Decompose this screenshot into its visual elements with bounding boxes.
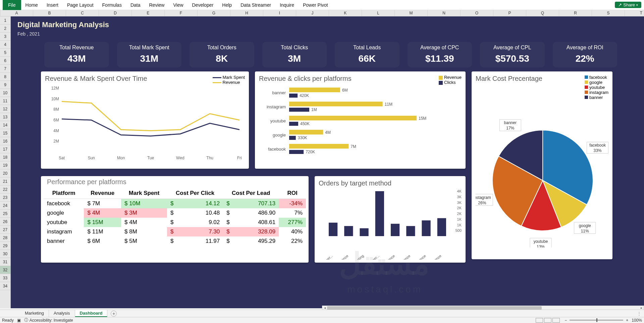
- row-header-25[interactable]: 25: [0, 210, 10, 218]
- kpi-card-total-leads[interactable]: Total Leads 66K: [335, 42, 399, 67]
- table-row[interactable]: instagram $ 11M $ 8M $7.30 $328.09 40%: [44, 227, 306, 236]
- row-header-8[interactable]: 8: [0, 73, 10, 81]
- table-row[interactable]: banner $ 6M $ 5M $11.97 $495.29 22%: [44, 236, 306, 246]
- kpi-card-total-clicks[interactable]: Total Clicks 3M: [262, 42, 327, 67]
- row-header-18[interactable]: 18: [0, 153, 10, 161]
- chart-revenue-spent-over-time[interactable]: Revenue & Mark Spent Over Time Mark Spen…: [41, 71, 249, 169]
- col-header-H[interactable]: H: [230, 10, 263, 16]
- col-header-J[interactable]: J: [296, 10, 329, 16]
- ribbon-tab-power-pivot[interactable]: Power Pivot: [299, 0, 332, 10]
- ribbon-tab-formulas[interactable]: Formulas: [98, 0, 126, 10]
- accessibility-icon[interactable]: ⓘ: [24, 317, 28, 323]
- col-header-A[interactable]: A: [0, 10, 33, 16]
- row-header-14[interactable]: 14: [0, 121, 10, 129]
- chart-orders-by-target[interactable]: Orders by target method 5001K1K2K2K3K3K4…: [315, 176, 466, 263]
- row-header-20[interactable]: 20: [0, 169, 10, 177]
- col-header-M[interactable]: M: [395, 10, 428, 16]
- col-header-T[interactable]: T: [625, 10, 644, 16]
- row-header-15[interactable]: 15: [0, 129, 10, 137]
- row-header-29[interactable]: 29: [0, 242, 10, 250]
- view-page-break-button[interactable]: [552, 318, 560, 323]
- col-header-B[interactable]: B: [33, 10, 66, 16]
- row-header-30[interactable]: 30: [0, 250, 10, 258]
- kpi-card-average-of-cpc[interactable]: Average of CPC $11.39: [408, 42, 472, 67]
- row-header-23[interactable]: 23: [0, 194, 10, 202]
- ribbon-tab-insert[interactable]: Insert: [42, 0, 63, 10]
- row-header-2[interactable]: 2: [0, 24, 10, 33]
- col-header-F[interactable]: F: [165, 10, 198, 16]
- view-page-layout-button[interactable]: [544, 318, 551, 323]
- table-row[interactable]: google $ 4M $ 3M $10.48 $486.90 7%: [44, 208, 306, 218]
- kpi-card-average-of-roi[interactable]: Average of ROI 22%: [553, 42, 618, 67]
- col-header-N[interactable]: N: [428, 10, 461, 16]
- performance-table-panel[interactable]: Performance per platforms PlatformRevenu…: [41, 176, 309, 263]
- svg-text:4M: 4M: [325, 130, 331, 135]
- ribbon-tab-inquire[interactable]: Inquire: [275, 0, 299, 10]
- col-header-G[interactable]: G: [198, 10, 230, 16]
- col-header-I[interactable]: I: [263, 10, 296, 16]
- col-header-E[interactable]: E: [132, 10, 165, 16]
- macro-record-icon[interactable]: ▣: [17, 318, 21, 323]
- col-header-S[interactable]: S: [592, 10, 625, 16]
- col-header-P[interactable]: P: [493, 10, 526, 16]
- kpi-card-total-orders[interactable]: Total Orders 8K: [190, 42, 254, 67]
- marketing[interactable]: Marketing: [20, 310, 49, 317]
- row-header-9[interactable]: 9: [0, 81, 10, 89]
- dashboard[interactable]: Dashboard: [75, 310, 108, 317]
- ribbon-tab-page-layout[interactable]: Page Layout: [63, 0, 98, 10]
- ribbon-tab-help[interactable]: Help: [218, 0, 236, 10]
- row-header-28[interactable]: 28: [0, 234, 10, 242]
- row-header-22[interactable]: 22: [0, 185, 10, 194]
- col-header-K[interactable]: K: [329, 10, 362, 16]
- zoom-slider[interactable]: [570, 320, 623, 321]
- row-header-3[interactable]: 3: [0, 33, 10, 41]
- view-normal-button[interactable]: [536, 318, 543, 323]
- kpi-card-total-mark-spent[interactable]: Total Mark Spent 31M: [117, 42, 182, 67]
- row-header-13[interactable]: 13: [0, 113, 10, 121]
- row-header-34[interactable]: 34: [0, 282, 10, 290]
- row-header-32[interactable]: 32: [0, 266, 10, 274]
- ribbon-tab-data[interactable]: Data: [126, 0, 145, 10]
- row-header-12[interactable]: 12: [0, 105, 10, 113]
- tab-scroll-handle-icon[interactable]: ⋮: [637, 311, 641, 316]
- row-header-11[interactable]: 11: [0, 97, 10, 105]
- kpi-card-average-of-cpl[interactable]: Average of CPL $570.53: [480, 42, 545, 67]
- scroll-thumb[interactable]: [327, 306, 542, 310]
- ribbon-tab-data-streamer[interactable]: Data Streamer: [236, 0, 275, 10]
- kpi-card-total-revenue[interactable]: Total Revenue 43M: [44, 42, 109, 67]
- table-row[interactable]: youtube $ 15M $ 4M $9.02 $408.61 277%: [44, 218, 306, 227]
- add-sheet-button[interactable]: +: [111, 311, 117, 317]
- row-header-33[interactable]: 33: [0, 274, 10, 282]
- analysis[interactable]: Analysis: [49, 310, 75, 317]
- col-header-Q[interactable]: Q: [526, 10, 559, 16]
- row-header-19[interactable]: 19: [0, 161, 10, 169]
- ribbon-tab-home[interactable]: Home: [21, 0, 42, 10]
- row-header-24[interactable]: 24: [0, 202, 10, 210]
- zoom-out-button[interactable]: −: [565, 318, 567, 323]
- row-header-16[interactable]: 16: [0, 137, 10, 145]
- row-header-6[interactable]: 6: [0, 57, 10, 65]
- col-header-D[interactable]: D: [99, 10, 132, 16]
- row-header-4[interactable]: 4: [0, 41, 10, 49]
- row-header-21[interactable]: 21: [0, 177, 10, 185]
- ribbon-tab-view[interactable]: View: [169, 0, 187, 10]
- ribbon-tab-review[interactable]: Review: [145, 0, 169, 10]
- col-header-R[interactable]: R: [559, 10, 592, 16]
- share-button[interactable]: ↗ Share ▾: [615, 2, 641, 8]
- row-header-27[interactable]: 27: [0, 226, 10, 234]
- ribbon-tab-file[interactable]: File: [3, 0, 21, 10]
- chart-revenue-clicks-per-platform[interactable]: Revenue & clicks per platforms Revenue C…: [255, 71, 466, 169]
- col-header-L[interactable]: L: [362, 10, 395, 16]
- row-header-31[interactable]: 31: [0, 258, 10, 266]
- row-header-26[interactable]: 26: [0, 218, 10, 226]
- table-row[interactable]: facebook $ 7M $ 10M $14.12 $707.13 -34%: [44, 199, 306, 209]
- row-header-7[interactable]: 7: [0, 65, 10, 73]
- col-header-C[interactable]: C: [66, 10, 99, 16]
- row-header-10[interactable]: 10: [0, 89, 10, 97]
- ribbon-tab-developer[interactable]: Developer: [188, 0, 218, 10]
- col-header-O[interactable]: O: [461, 10, 493, 16]
- row-header-5[interactable]: 5: [0, 49, 10, 57]
- row-header-1[interactable]: 1: [0, 16, 10, 24]
- zoom-in-button[interactable]: +: [626, 318, 628, 323]
- row-header-17[interactable]: 17: [0, 145, 10, 153]
